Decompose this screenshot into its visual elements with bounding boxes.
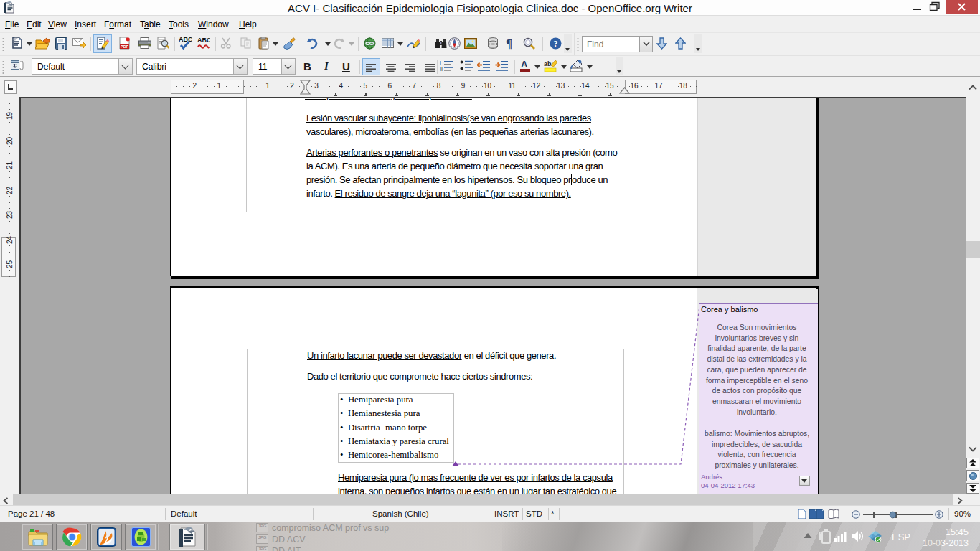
svg-text:ABC: ABC bbox=[197, 37, 210, 44]
svg-text:ab: ab bbox=[544, 60, 552, 67]
svg-text:PDF: PDF bbox=[121, 44, 129, 49]
svg-text:¶: ¶ bbox=[506, 37, 512, 50]
svg-text:I: I bbox=[440, 60, 441, 65]
svg-text:A: A bbox=[521, 59, 528, 70]
svg-text:?: ? bbox=[554, 39, 558, 49]
svg-text:ABC: ABC bbox=[179, 36, 192, 43]
svg-text:II: II bbox=[440, 67, 443, 72]
